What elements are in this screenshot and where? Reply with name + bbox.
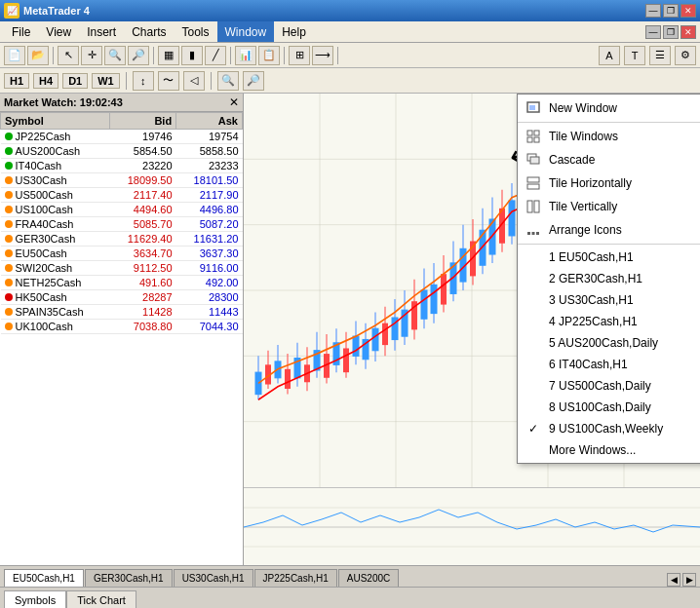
window-menu-dropdown: New Window Tile Windows Alt+R Cascade — [517, 94, 700, 464]
symbol-cell: UK100Cash — [1, 320, 110, 334]
zoom-b[interactable]: 🔎 — [243, 71, 264, 91]
right-toolbar-3[interactable]: ☰ — [649, 46, 671, 65]
symbol-name: US30Cash — [16, 174, 67, 186]
menu-arrange-icons[interactable]: Arrange Icons — [518, 218, 700, 242]
menu-tile-horizontal[interactable]: Tile Horizontally — [518, 171, 700, 195]
symbol-cell: US30Cash — [1, 173, 110, 188]
menu-tools[interactable]: Tools — [175, 21, 217, 42]
menu-cascade[interactable]: Cascade — [518, 148, 700, 171]
svg-rect-108 — [534, 137, 539, 142]
menu-tile-vertical[interactable]: Tile Vertically — [518, 195, 700, 218]
table-row: AUS200Cash 5854.50 5858.50 — [1, 144, 243, 159]
chart-tab-4[interactable]: AUS200C — [338, 569, 399, 587]
menu-window-6[interactable]: 6 IT40Cash,H1 — [518, 354, 700, 375]
menu-new-window[interactable]: New Window — [518, 96, 700, 120]
symbol-cell: US500Cash — [1, 188, 110, 203]
chart-tab-2[interactable]: US30Cash,H1 — [174, 569, 253, 587]
restore-button[interactable]: ❐ — [663, 4, 679, 18]
tf-h1[interactable]: H1 — [4, 73, 29, 89]
menu-window-3[interactable]: 3 US30Cash,H1 — [518, 289, 700, 311]
tf-w1[interactable]: W1 — [92, 73, 120, 89]
menu-file[interactable]: File — [4, 21, 38, 42]
crosshair-btn[interactable]: ✛ — [81, 46, 102, 65]
svg-rect-113 — [527, 201, 532, 212]
menu-window-2[interactable]: 2 GER30Cash,H1 — [518, 268, 700, 289]
menu-tile-windows[interactable]: Tile Windows Alt+R — [518, 125, 700, 148]
symbol-name: AUS200Cash — [16, 145, 81, 157]
bottom-tab-tick-chart[interactable]: Tick Chart — [66, 590, 136, 608]
svg-rect-64 — [509, 201, 515, 236]
menu-window-5[interactable]: 5 AUS200Cash,Daily — [518, 332, 700, 354]
svg-rect-110 — [530, 157, 539, 164]
menu-window-4[interactable]: 4 JP225Cash,H1 — [518, 311, 700, 332]
right-toolbar-1[interactable]: A — [599, 46, 620, 65]
period-sep-btn[interactable]: ⊞ — [289, 46, 310, 65]
zoom-out-btn[interactable]: 🔎 — [128, 46, 149, 65]
tf-d1[interactable]: D1 — [62, 73, 88, 89]
symbol-dot — [5, 235, 13, 243]
app-icon: 📈 — [4, 3, 19, 19]
menu-window-7[interactable]: 7 US500Cash,Daily — [518, 375, 700, 397]
close-button[interactable]: ✕ — [681, 4, 696, 18]
tile-vertical-label: Tile Vertically — [549, 200, 617, 213]
chart-tab-prev[interactable]: ◀ — [667, 573, 681, 587]
inner-minimize-button[interactable]: — — [645, 25, 661, 39]
svg-rect-104 — [529, 105, 535, 110]
bottom-tab-symbols[interactable]: Symbols — [4, 590, 66, 608]
menu-window-9[interactable]: ✓ 9 US100Cash,Weekly — [518, 418, 700, 439]
ask-cell: 4496.80 — [176, 203, 243, 217]
menu-window[interactable]: Window — [217, 21, 275, 42]
zoom-in-btn[interactable]: 🔍 — [104, 46, 126, 65]
menu-view[interactable]: View — [38, 21, 79, 42]
table-row: EU50Cash 3634.70 3637.30 — [1, 247, 243, 261]
menu-more-windows[interactable]: More Windows... — [518, 439, 700, 461]
indicator-btn[interactable]: 📊 — [235, 46, 256, 65]
more-windows-label: More Windows... — [549, 443, 636, 457]
arrow-btn[interactable]: ↖ — [58, 46, 79, 65]
symbol-dot — [5, 323, 13, 330]
tf-extra-2[interactable]: 〜 — [158, 71, 179, 91]
template-btn[interactable]: 📋 — [258, 46, 280, 65]
menu-window-1[interactable]: 1 EU50Cash,H1 — [518, 247, 700, 268]
bid-cell: 9112.50 — [110, 261, 176, 276]
tf-h4[interactable]: H4 — [33, 73, 58, 89]
inner-restore-button[interactable]: ❐ — [663, 25, 679, 39]
inner-close-button[interactable]: ✕ — [681, 25, 696, 39]
tile-horizontal-icon — [525, 175, 541, 191]
symbol-name: SWI20Cash — [16, 262, 73, 274]
tf-extra-3[interactable]: ◁ — [183, 71, 205, 91]
tf-extra-1[interactable]: ↕ — [133, 71, 154, 91]
ask-cell: 7044.30 — [176, 320, 243, 334]
market-watch-close[interactable]: ✕ — [229, 95, 239, 109]
menu-window-8[interactable]: 8 US100Cash,Daily — [518, 397, 700, 418]
new-chart-btn[interactable]: 📄 — [4, 46, 25, 65]
svg-rect-116 — [532, 232, 535, 235]
chart-tab-0[interactable]: EU50Cash,H1 — [4, 569, 84, 587]
right-toolbar-2[interactable]: T — [624, 46, 645, 65]
chart-tab-1[interactable]: GER30Cash,H1 — [85, 569, 173, 587]
ask-cell: 28300 — [176, 290, 243, 305]
minimize-button[interactable]: — — [645, 4, 661, 18]
menu-insert[interactable]: Insert — [79, 21, 124, 42]
zoom-a[interactable]: 🔍 — [217, 71, 239, 91]
chart-tab-3[interactable]: JP225Cash,H1 — [254, 569, 337, 587]
line-btn[interactable]: ╱ — [205, 46, 226, 65]
menu-charts[interactable]: Charts — [124, 21, 174, 42]
svg-rect-115 — [527, 232, 530, 235]
right-toolbar-4[interactable]: ⚙ — [675, 46, 696, 65]
ask-cell: 11443 — [176, 305, 243, 320]
svg-rect-105 — [527, 131, 532, 135]
menu-help[interactable]: Help — [274, 21, 314, 42]
bar-chart-btn[interactable]: ▦ — [158, 46, 179, 65]
symbol-dot — [5, 220, 13, 228]
chart-tab-next[interactable]: ▶ — [682, 573, 696, 587]
new-window-label: New Window — [549, 101, 617, 115]
table-row: SWI20Cash 9112.50 9116.00 — [1, 261, 243, 276]
bid-cell: 491.60 — [110, 276, 176, 290]
ask-cell: 9116.00 — [176, 261, 243, 276]
window-9-label: 9 US100Cash,Weekly — [549, 422, 663, 436]
open-btn[interactable]: 📂 — [27, 46, 49, 65]
candle-btn[interactable]: ▮ — [181, 46, 203, 65]
auto-scroll-btn[interactable]: ⟶ — [312, 46, 333, 65]
symbol-cell: HK50Cash — [1, 290, 110, 305]
